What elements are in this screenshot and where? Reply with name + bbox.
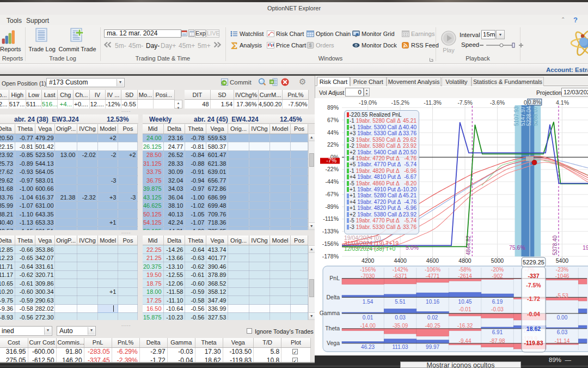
svg-text:67%: 67% <box>327 117 339 123</box>
svg-text:0.8%: 0.8% <box>528 99 541 105</box>
svg-text:-2614: -2614 <box>458 273 472 279</box>
svg-text:4200: 4200 <box>362 257 375 264</box>
svg-text:-133%: -133% <box>322 228 339 234</box>
svg-text:111.03: 111.03 <box>393 344 409 350</box>
svg-text:-23%: -23% <box>556 267 568 273</box>
svg-text:-7.5%: -7.5% <box>526 282 541 288</box>
svg-text:10.16: 10.16 <box>426 299 439 305</box>
svg-text:-337: -337 <box>528 273 539 279</box>
svg-text:-902: -902 <box>492 273 503 279</box>
svg-text:5229.25: 5229.25 <box>523 259 544 266</box>
svg-text:46.23: 46.23 <box>361 344 375 350</box>
svg-text:-67%: -67% <box>325 191 339 197</box>
svg-text:-156%: -156% <box>322 240 339 247</box>
svg-text:Theta: Theta <box>325 325 340 331</box>
svg-text:5400: 5400 <box>556 257 569 264</box>
svg-text:4400: 4400 <box>394 257 407 264</box>
svg-text:-87.98: -87.98 <box>489 338 505 344</box>
svg-text:-7.5%: -7.5% <box>457 99 472 106</box>
svg-text:-0.01: -0.01 <box>459 306 471 312</box>
svg-text:0: 0 <box>524 99 527 106</box>
svg-text:-142%: -142% <box>393 267 408 273</box>
svg-text:5268.07: 5268.07 <box>532 106 538 126</box>
svg-text:18.62: 18.62 <box>526 325 541 332</box>
svg-text:-111%: -111% <box>323 215 339 222</box>
svg-text:-106%: -106% <box>425 267 440 273</box>
svg-text:4.1%: 4.1% <box>556 99 569 106</box>
svg-text:-178%: -178% <box>322 253 339 260</box>
svg-text:-11.3%: -11.3% <box>424 99 442 106</box>
svg-text:-5.53: -5.53 <box>556 293 568 299</box>
svg-text:75.6%: 75.6% <box>509 244 525 251</box>
svg-text:0.00: 0.00 <box>557 315 568 321</box>
svg-text:5.51: 5.51 <box>395 299 406 305</box>
svg-text:-20%: -20% <box>491 267 504 273</box>
svg-text:-156%: -156% <box>360 267 376 273</box>
svg-text:1.54: 1.54 <box>363 299 373 305</box>
svg-text:-9.44: -9.44 <box>459 338 471 344</box>
svg-text:$: $ <box>309 43 311 48</box>
svg-text:5.0%: 5.0% <box>406 244 419 251</box>
svg-text:-16.32: -16.32 <box>457 323 473 329</box>
svg-text:5147.97: 5147.97 <box>520 106 526 126</box>
svg-text:-22%: -22% <box>325 166 339 172</box>
svg-text:22%: 22% <box>327 141 339 148</box>
svg-text:5107.93: 5107.93 <box>513 106 519 126</box>
svg-text:-14.00: -14.00 <box>360 323 376 329</box>
svg-text:4800: 4800 <box>458 257 471 264</box>
svg-text:-58%: -58% <box>458 267 471 273</box>
svg-text:Delta: Delta <box>326 294 340 300</box>
svg-text:0.02: 0.02 <box>427 315 438 321</box>
svg-text:-40.25: -40.25 <box>425 323 440 329</box>
svg-text:-19.0%: -19.0% <box>359 99 377 106</box>
svg-text:10.45: 10.45 <box>458 299 472 305</box>
svg-text:0.01: 0.01 <box>363 315 373 321</box>
svg-text:-0.03: -0.03 <box>491 306 504 312</box>
svg-text:-1046: -1046 <box>555 273 569 279</box>
svg-text:Vega: Vega <box>327 340 340 346</box>
svg-text:0.03: 0.03 <box>395 315 406 321</box>
svg-text:-0.04: -0.04 <box>527 311 540 317</box>
svg-text:PnL: PnL <box>329 275 340 281</box>
svg-text:-89%: -89% <box>325 203 339 210</box>
svg-text:44%: 44% <box>327 129 339 136</box>
svg-text:-3.6%: -3.6% <box>490 99 505 106</box>
svg-text:-44%: -44% <box>325 178 339 185</box>
svg-text:-7030: -7030 <box>361 273 375 279</box>
svg-text:5000: 5000 <box>491 257 504 264</box>
svg-text:4600: 4600 <box>426 257 439 264</box>
svg-text:-7%: -7% <box>326 157 336 164</box>
svg-text:-15.2%: -15.2% <box>391 99 409 106</box>
svg-text:-6371: -6371 <box>393 273 407 279</box>
svg-text:6.91: 6.91 <box>492 329 503 335</box>
svg-text:-119.83: -119.83 <box>524 340 543 346</box>
svg-text:-35.09: -35.09 <box>393 323 408 329</box>
svg-text:-4771: -4771 <box>426 273 440 279</box>
svg-text:-11.14: -11.14 <box>555 338 570 344</box>
svg-text:-1.72: -1.72 <box>527 295 540 302</box>
svg-text:6.03: 6.03 <box>557 329 568 335</box>
svg-text:Gamma: Gamma <box>320 310 340 316</box>
svg-text:89%: 89% <box>327 104 339 111</box>
svg-text:19.: 19. <box>583 244 588 251</box>
svg-text:5228.04: 5228.04 <box>526 106 532 126</box>
svg-text:5378.40: 5378.40 <box>552 235 558 255</box>
svg-text:6.19: 6.19 <box>492 299 503 305</box>
svg-text:99.97: 99.97 <box>426 344 439 350</box>
